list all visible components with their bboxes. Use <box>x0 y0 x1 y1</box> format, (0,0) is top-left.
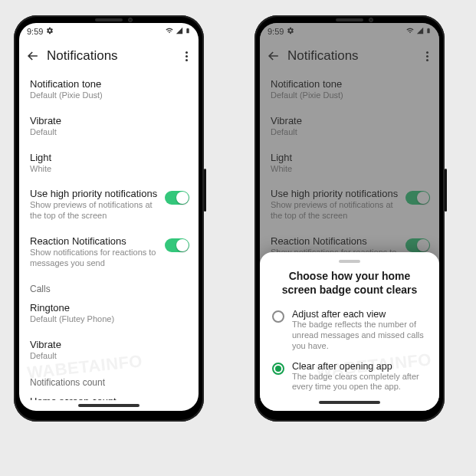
option-clear-after-opening[interactable]: Clear after opening app The badge clears… <box>260 356 439 398</box>
phone-left: 9:59 Notifications <box>14 15 204 422</box>
gear-icon <box>46 27 54 36</box>
setting-notification-tone[interactable]: Notification tone Default (Pixie Dust) <box>19 72 199 107</box>
app-bar: Notifications <box>260 40 439 72</box>
setting-high-priority[interactable]: Use high priority notifications Show pre… <box>19 180 199 228</box>
overflow-menu-icon[interactable] <box>422 47 433 66</box>
radio-icon[interactable] <box>272 310 284 323</box>
back-icon[interactable] <box>266 48 281 64</box>
status-bar: 9:59 <box>260 23 439 40</box>
overflow-menu-icon[interactable] <box>181 47 192 66</box>
gear-icon <box>287 27 294 36</box>
option-adjust-after-view[interactable]: Adjust after each view The badge reflect… <box>260 304 439 356</box>
sheet-handle[interactable] <box>339 260 360 263</box>
section-calls: Calls <box>19 274 199 296</box>
status-time: 9:59 <box>27 27 43 36</box>
setting-light: Light White <box>260 144 439 181</box>
phone-speaker <box>336 18 363 21</box>
setting-title: Vibrate <box>30 339 188 350</box>
power-button <box>204 169 206 212</box>
setting-vibrate[interactable]: Vibrate Default <box>19 107 199 144</box>
setting-title: Notification tone <box>30 78 188 90</box>
setting-value: Default (Flutey Phone) <box>30 314 188 325</box>
nav-bar <box>19 400 199 411</box>
phone-camera <box>128 18 133 22</box>
setting-light[interactable]: Light White <box>19 144 199 181</box>
wifi-icon <box>405 27 415 36</box>
back-icon[interactable] <box>25 48 41 64</box>
page-title: Notifications <box>47 48 175 64</box>
setting-notification-tone: Notification tone Default (Pixie Dust) <box>260 72 439 107</box>
setting-title: Reaction Notifications <box>30 235 159 247</box>
battery-icon <box>185 26 191 37</box>
setting-title: Vibrate <box>30 115 188 126</box>
option-desc: The badge clears completely after every … <box>292 372 427 393</box>
setting-desc: Show previews of notifications at the to… <box>30 200 159 222</box>
settings-list[interactable]: Notification tone Default (Pixie Dust) V… <box>19 72 199 400</box>
section-notifications-count: Notifications count <box>19 368 199 389</box>
signal-icon <box>176 27 183 36</box>
setting-title: Light <box>30 152 188 163</box>
setting-title: Use high priority notifications <box>30 188 159 199</box>
setting-value: Default <box>30 127 188 138</box>
setting-high-priority: Use high priority notifications Show pre… <box>260 180 439 228</box>
setting-value: White <box>30 164 188 175</box>
setting-title: Home screen count <box>30 396 188 400</box>
setting-reaction-notifications[interactable]: Reaction Notifications Show notification… <box>19 228 199 275</box>
option-desc: The badge reflects the number of unread … <box>292 320 427 351</box>
setting-calls-vibrate[interactable]: Vibrate Default <box>19 331 199 368</box>
page-title: Notifications <box>287 48 415 64</box>
battery-icon <box>425 26 432 37</box>
option-title: Adjust after each view <box>292 309 427 320</box>
setting-home-screen-count[interactable]: Home screen count Clear after opening ap… <box>19 389 199 400</box>
setting-vibrate: Vibrate Default <box>260 107 439 144</box>
nav-pill[interactable] <box>78 404 140 407</box>
toggle-reaction <box>405 238 430 252</box>
nav-pill[interactable] <box>319 401 380 404</box>
toggle-high-priority[interactable] <box>165 191 189 205</box>
signal-icon <box>416 27 424 36</box>
nav-bar <box>260 397 439 408</box>
phone-speaker <box>95 18 123 21</box>
radio-icon-selected[interactable] <box>272 363 284 375</box>
option-title: Clear after opening app <box>292 361 427 372</box>
setting-title: Ringtone <box>30 302 188 314</box>
status-time: 9:59 <box>268 27 284 36</box>
setting-desc: Show notifications for reactions to mess… <box>30 248 159 269</box>
wifi-icon <box>165 27 174 36</box>
setting-ringtone[interactable]: Ringtone Default (Flutey Phone) <box>19 296 199 331</box>
phone-camera <box>369 18 373 22</box>
power-button <box>445 169 447 212</box>
toggle-reaction[interactable] <box>165 238 189 252</box>
phone-right: 9:59 Notifications <box>254 15 445 422</box>
toggle-high-priority <box>405 191 430 205</box>
app-bar: Notifications <box>19 40 199 72</box>
setting-value: Default <box>30 351 188 362</box>
setting-value: Default (Pixie Dust) <box>30 90 188 101</box>
bottom-sheet: Choose how your home screen badge count … <box>260 252 439 411</box>
sheet-title: Choose how your home screen badge count … <box>260 269 439 304</box>
status-bar: 9:59 <box>19 23 199 40</box>
